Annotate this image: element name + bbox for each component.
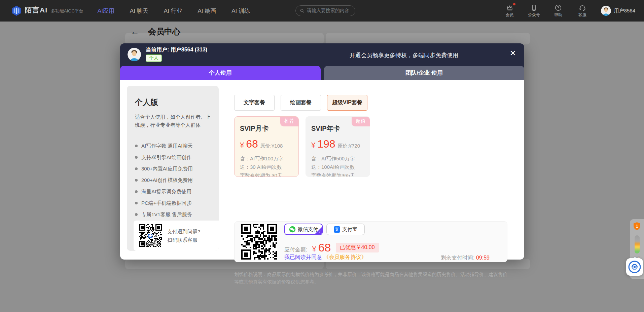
temperature-capsule <box>635 235 640 254</box>
plan-price: 198 <box>317 138 335 150</box>
plan-detail-line: 含：AI写作500万字 <box>311 154 364 163</box>
countdown-value: 09:59 <box>476 255 490 261</box>
nav-menu: AI应用 AI 聊天 AI 行业 AI 绘画 AI 训练 <box>98 7 250 15</box>
nav-right-cluster: 会员 公众号 帮助 客服 <box>502 4 635 18</box>
feature-text: 300+内置AI应用免费用 <box>141 166 193 172</box>
customer-service-button[interactable]: 客服 <box>575 4 590 18</box>
sidebar-divider <box>135 136 211 136</box>
alipay-icon: 支 <box>334 226 340 233</box>
brand[interactable]: 陌言AI 多功能AIGC平台 <box>11 5 83 16</box>
question-circle-icon <box>554 4 562 11</box>
current-user-line: 当前用户: 用户8564 (313) <box>146 46 207 53</box>
user-avatar <box>601 6 611 16</box>
amount-currency: ¥ <box>312 245 316 254</box>
discount-badge: 已优惠￥40.00 <box>336 243 379 252</box>
amount-label: 应付金额: <box>284 246 307 254</box>
payment-section: 微信支付 ✓ 支 支付宝 应付金额: ¥ 68 已优惠￥40.00 我已阅读并同… <box>234 221 507 262</box>
back-arrow-icon[interactable]: ← <box>131 27 139 36</box>
personal-badge: 个人 <box>146 54 162 62</box>
feature-item: AI写作字数 通用AI聊天 <box>135 140 211 152</box>
feature-item: 200+AI创作模板免费用 <box>135 174 211 186</box>
member-button[interactable]: 会员 <box>502 4 517 18</box>
plan-price-row: ¥ 198 原价:¥720 <box>311 138 364 150</box>
plan-original-price: 原价:¥720 <box>337 143 360 149</box>
tab-personal-use[interactable]: 个人使用 <box>120 66 321 80</box>
currency-symbol: ¥ <box>311 141 315 150</box>
help-button[interactable]: 帮助 <box>550 4 566 18</box>
plan-detail-line: 字数有效期为365天 <box>311 171 364 177</box>
search-input[interactable]: 请输入要搜索的内容 <box>295 5 355 16</box>
brand-logo-icon <box>11 5 22 16</box>
tab-painting-package[interactable]: 绘画套餐 <box>281 95 321 111</box>
support-line2: 扫码联系客服 <box>167 236 200 244</box>
official-account-button[interactable]: 公众号 <box>526 4 542 18</box>
nav-item-ai-painting[interactable]: AI 绘画 <box>198 7 216 15</box>
agreement-text[interactable]: 我已阅读并同意 <box>284 254 322 260</box>
wechat-pay-button[interactable]: 微信支付 ✓ <box>284 224 323 235</box>
membership-modal: 当前用户: 用户8564 (313) 个人 开通会员畅享更多特权，多端同步免费使… <box>120 43 524 260</box>
promo-text: 开通会员畅享更多特权，多端同步免费使用 <box>350 51 458 59</box>
feature-item: 海量AI提示词免费使用 <box>135 186 211 197</box>
brand-name: 陌言AI <box>25 5 47 15</box>
crown-icon <box>506 4 513 11</box>
nav-item-ai-apps[interactable]: AI应用 <box>98 7 114 15</box>
plan-detail-line: 送：30 AI绘画次数 <box>240 163 293 171</box>
value-badge: 超值 <box>352 117 370 126</box>
price-disclaimer: 划线价格说明：商品展示的划横线价格为参考价，并非原价，该价格可能是商品在其他售卖… <box>234 271 507 285</box>
phone-icon <box>530 4 538 11</box>
feature-item: 专属1V1客服 售后服务 <box>135 209 211 220</box>
modal-body: 个人版 适合个人使用，如个人创作者、上班族，行业专业者等个人群体 AI写作字数 … <box>120 80 524 260</box>
modal-user-avatar <box>128 48 141 61</box>
bullet-dot <box>135 145 138 147</box>
feature-text: AI写作字数 通用AI聊天 <box>141 143 193 149</box>
plan-cards: 推荐 SVIP月卡 ¥ 68 原价:¥108 含：AI写作100万字 送：30 … <box>234 116 370 177</box>
customer-service-label: 客服 <box>578 12 586 18</box>
shield-count: 1 <box>636 224 638 229</box>
shield-badge[interactable]: 1 <box>633 222 641 231</box>
close-icon[interactable]: ✕ <box>510 49 516 57</box>
plan-card-svip-yearly[interactable]: 超值 SVIP年卡 ¥ 198 原价:¥720 含：AI写作500万字 送：10… <box>306 116 370 177</box>
amount-row: 应付金额: ¥ 68 已优惠￥40.00 <box>284 241 379 254</box>
support-line1: 支付遇到问题? <box>167 227 200 236</box>
page-header: ← 会员中心 <box>131 26 180 37</box>
feature-list: AI写作字数 通用AI聊天 支持双引擎AI绘画创作 300+内置AI应用免费用 … <box>135 140 211 220</box>
guard-logo-button[interactable] <box>626 258 643 276</box>
bullet-dot <box>135 156 138 159</box>
bullet-dot <box>135 179 138 182</box>
recommend-badge: 推荐 <box>280 117 298 126</box>
sidebar-description: 适合个人使用，如个人创作者、上班族，行业专业者等个人群体 <box>135 113 211 129</box>
feature-text: 专属1V1客服 售后服务 <box>141 211 192 218</box>
feature-text: 支持双引擎AI绘画创作 <box>141 154 191 161</box>
support-qr-code <box>139 224 162 247</box>
bullet-dot <box>135 167 138 170</box>
nav-item-ai-chat[interactable]: AI 聊天 <box>130 7 148 15</box>
background-card <box>326 33 530 44</box>
bullet-dot <box>135 213 138 216</box>
user-menu[interactable]: 用户8564 <box>601 6 635 16</box>
agreement-row: 我已阅读并同意 《会员服务协议》 <box>284 254 366 261</box>
alipay-label: 支付宝 <box>342 226 357 233</box>
plan-price-row: ¥ 68 原价:¥108 <box>240 138 293 150</box>
screen: 陌言AI 多功能AIGC平台 AI应用 AI 聊天 AI 行业 AI 绘画 AI… <box>0 0 644 312</box>
nav-item-ai-training[interactable]: AI 训练 <box>231 7 250 15</box>
feature-text: PC端+手机端数据同步 <box>141 200 192 206</box>
tab-super-vip-package[interactable]: 超级VIP套餐 <box>327 95 367 111</box>
plan-details: 含：AI写作500万字 送：100AI绘画次数 字数有效期为365天 <box>311 154 364 177</box>
bullet-dot <box>135 202 138 204</box>
feature-item: 300+内置AI应用免费用 <box>135 163 211 174</box>
tab-team-enterprise-use[interactable]: 团队/企业 使用 <box>324 66 525 80</box>
alipay-button[interactable]: 支 支付宝 <box>326 224 365 235</box>
page-title: 会员中心 <box>148 26 180 37</box>
agreement-link[interactable]: 《会员服务协议》 <box>323 254 366 260</box>
plan-details: 含：AI写作100万字 送：30 AI绘画次数 字数有效期为 30天 <box>240 154 293 177</box>
search-placeholder: 请输入要搜索的内容 <box>307 8 349 14</box>
plan-original-price: 原价:¥108 <box>260 143 283 149</box>
plan-card-svip-monthly[interactable]: 推荐 SVIP月卡 ¥ 68 原价:¥108 含：AI写作100万字 送：30 … <box>234 116 299 177</box>
tab-text-package[interactable]: 文字套餐 <box>234 95 275 111</box>
nav-item-ai-industry[interactable]: AI 行业 <box>164 7 182 15</box>
plan-detail-line: 字数有效期为 30天 <box>240 171 293 177</box>
feature-item: PC端+手机端数据同步 <box>135 197 211 209</box>
brand-subtitle: 多功能AIGC平台 <box>51 8 83 14</box>
check-icon: ✓ <box>318 230 321 234</box>
package-tabs: 文字套餐 绘画套餐 超级VIP套餐 <box>234 95 367 111</box>
